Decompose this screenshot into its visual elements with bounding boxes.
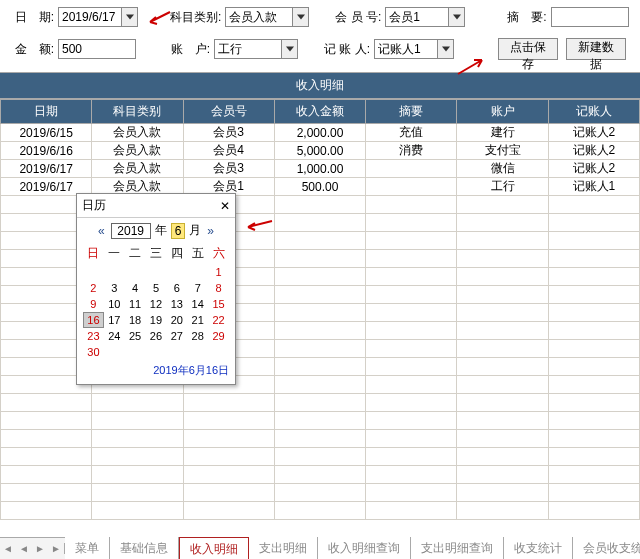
table-row[interactable] (1, 430, 640, 448)
calendar-day[interactable]: 2 (83, 280, 104, 296)
sheet-tab[interactable]: 收入明细 (179, 537, 249, 560)
account-input[interactable] (215, 40, 281, 58)
note-label: 摘 要: (507, 9, 546, 26)
calendar-day[interactable]: 19 (146, 312, 167, 328)
calendar-day[interactable]: 10 (104, 296, 125, 312)
col-header: 记账人 (548, 100, 639, 124)
calendar-day[interactable]: 5 (146, 280, 167, 296)
keeper-combo[interactable] (374, 39, 454, 59)
calendar-day[interactable]: 11 (125, 296, 146, 312)
calendar-day[interactable]: 8 (208, 280, 229, 296)
table-row[interactable] (1, 448, 640, 466)
calendar-day[interactable]: 29 (208, 328, 229, 344)
calendar-day (146, 264, 167, 280)
sheet-tab[interactable]: 支出明细查询 (411, 537, 504, 560)
member-dropdown-btn[interactable] (448, 8, 464, 26)
table-row[interactable] (1, 412, 640, 430)
sheet-tabs: ◄◄►► 菜单基础信息收入明细支出明细收入明细查询支出明细查询收支统计会员收支统… (0, 537, 640, 559)
sheet-tab[interactable]: 基础信息 (110, 537, 179, 560)
cat-dropdown-btn[interactable] (292, 8, 308, 26)
calendar-day[interactable]: 16 (83, 312, 104, 328)
calendar-day[interactable]: 26 (146, 328, 167, 344)
calendar-day[interactable]: 14 (187, 296, 208, 312)
calendar-prev-icon[interactable]: « (96, 224, 107, 238)
table-row[interactable]: 2019/6/16会员入款会员45,000.00消费支付宝记账人2 (1, 142, 640, 160)
member-input[interactable] (386, 8, 448, 26)
table-row[interactable] (1, 394, 640, 412)
calendar-day[interactable]: 20 (166, 312, 187, 328)
calendar-dow: 日 (83, 243, 104, 264)
account-combo[interactable] (214, 39, 298, 59)
calendar-day[interactable]: 28 (187, 328, 208, 344)
date-dropdown-btn[interactable] (121, 8, 137, 26)
keeper-label: 记 账 人: (324, 41, 370, 58)
sheet-tab[interactable]: 收入明细查询 (318, 537, 411, 560)
calendar-title: 日历 (82, 197, 106, 214)
table-row[interactable] (1, 484, 640, 502)
calendar-day[interactable]: 18 (125, 312, 146, 328)
amount-input[interactable] (58, 39, 136, 59)
calendar-day[interactable]: 3 (104, 280, 125, 296)
calendar-day[interactable]: 30 (83, 344, 104, 360)
calendar-year-input[interactable] (111, 223, 151, 239)
calendar-dow: 二 (125, 243, 146, 264)
calendar-close-icon[interactable]: ✕ (220, 199, 230, 213)
col-header: 会员号 (183, 100, 274, 124)
calendar-day[interactable]: 12 (146, 296, 167, 312)
calendar-day[interactable]: 7 (187, 280, 208, 296)
table-row[interactable] (1, 466, 640, 484)
calendar-day (187, 264, 208, 280)
note-input[interactable] (551, 7, 629, 27)
calendar-month[interactable]: 6 (171, 223, 186, 239)
calendar-day[interactable]: 15 (208, 296, 229, 312)
table-row[interactable]: 2019/6/17会员入款会员31,000.00微信记账人2 (1, 160, 640, 178)
new-button[interactable]: 新建数据 (566, 38, 626, 60)
calendar-day[interactable]: 6 (166, 280, 187, 296)
cat-input[interactable] (226, 8, 292, 26)
sheet-tab[interactable]: 支出明细 (249, 537, 318, 560)
calendar-day (125, 264, 146, 280)
calendar-day[interactable]: 25 (125, 328, 146, 344)
calendar-day[interactable]: 1 (208, 264, 229, 280)
sheet-tab[interactable]: 收支统计 (504, 537, 573, 560)
calendar-day[interactable]: 23 (83, 328, 104, 344)
calendar-day[interactable]: 24 (104, 328, 125, 344)
keeper-dropdown-btn[interactable] (437, 40, 453, 58)
col-header: 日期 (1, 100, 92, 124)
table-row[interactable]: 2019/6/15会员入款会员32,000.00充值建行记账人2 (1, 124, 640, 142)
member-label: 会 员 号: (335, 9, 381, 26)
calendar-day[interactable]: 13 (166, 296, 187, 312)
date-input[interactable] (59, 8, 121, 26)
calendar-day[interactable]: 9 (83, 296, 104, 312)
keeper-input[interactable] (375, 40, 437, 58)
cat-combo[interactable] (225, 7, 309, 27)
calendar-day (104, 264, 125, 280)
calendar-day (166, 344, 187, 360)
sheet-tab[interactable]: 菜单 (65, 537, 110, 560)
account-dropdown-btn[interactable] (281, 40, 297, 58)
calendar-day[interactable]: 22 (208, 312, 229, 328)
calendar-day[interactable]: 17 (104, 312, 125, 328)
account-label: 账 户: (166, 41, 210, 58)
calendar-month-suffix: 月 (189, 222, 201, 239)
table-row[interactable] (1, 502, 640, 520)
calendar-day (208, 344, 229, 360)
col-header: 科目类别 (92, 100, 183, 124)
sheet-tab[interactable]: 会员收支统计 (573, 537, 640, 560)
calendar-day[interactable]: 4 (125, 280, 146, 296)
calendar-next-icon[interactable]: » (205, 224, 216, 238)
amount-label: 金 额: (6, 41, 54, 58)
save-button[interactable]: 点击保存 (498, 38, 558, 60)
date-combo[interactable] (58, 7, 138, 27)
calendar-dow: 一 (104, 243, 125, 264)
calendar-dow: 四 (166, 243, 187, 264)
calendar-day[interactable]: 27 (166, 328, 187, 344)
calendar-day[interactable]: 21 (187, 312, 208, 328)
tab-scroll[interactable]: ◄◄►► (0, 543, 65, 554)
calendar-popup: 日历 ✕ « 年 6 月 » 日一二三四五六 12345678910111213… (76, 193, 236, 385)
calendar-dow: 三 (146, 243, 167, 264)
member-combo[interactable] (385, 7, 465, 27)
calendar-footer: 2019年6月16日 (83, 360, 229, 378)
calendar-day (166, 264, 187, 280)
calendar-year-suffix: 年 (155, 222, 167, 239)
